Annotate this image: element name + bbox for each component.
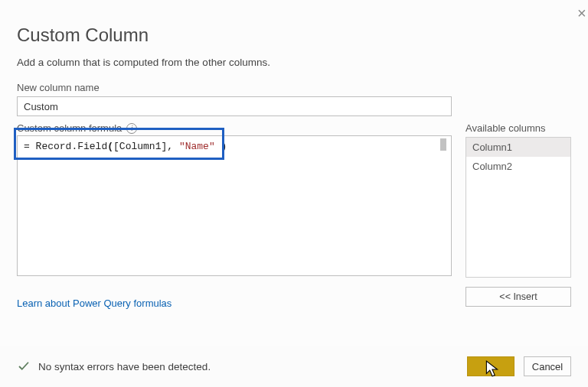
cursor-icon xyxy=(485,360,500,379)
learn-link[interactable]: Learn about Power Query formulas xyxy=(17,298,172,309)
available-columns-list[interactable]: Column1Column2 xyxy=(466,137,571,278)
status-text: No syntax errors have been detected. xyxy=(38,361,211,372)
info-icon[interactable]: i xyxy=(126,123,137,134)
dialog-subtitle: Add a column that is computed from the o… xyxy=(17,57,571,68)
insert-button[interactable]: << Insert xyxy=(466,287,571,307)
formula-input[interactable]: = Record.Field([Column1], "Name" ) xyxy=(17,135,452,276)
checkmark-icon xyxy=(17,359,31,373)
text-caret xyxy=(440,138,446,151)
close-icon[interactable]: × xyxy=(577,5,588,22)
dialog-title: Custom Column xyxy=(17,24,571,46)
new-column-name-label: New column name xyxy=(17,82,571,93)
list-item[interactable]: Column1 xyxy=(466,138,570,157)
status-bar: No syntax errors have been detected. xyxy=(17,359,211,373)
available-columns-label: Available columns xyxy=(466,122,571,134)
new-column-name-input[interactable] xyxy=(17,96,452,116)
formula-label: Custom column formula xyxy=(17,122,122,134)
formula-text: = Record.Field([Column1], "Name" ) xyxy=(18,136,451,157)
list-item[interactable]: Column2 xyxy=(466,157,570,176)
cancel-button[interactable]: Cancel xyxy=(524,356,571,376)
ok-button[interactable]: OK xyxy=(467,356,514,376)
